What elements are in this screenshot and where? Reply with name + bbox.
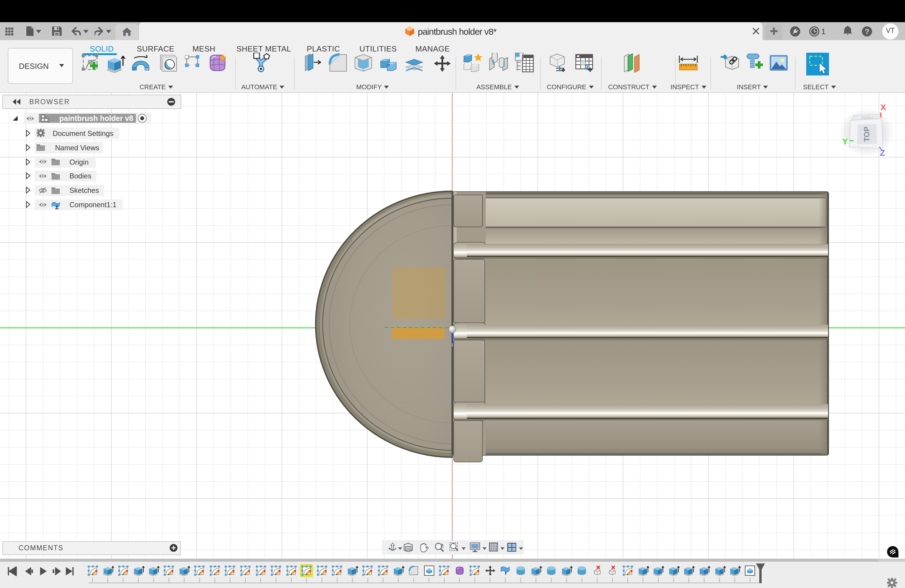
svg-text:FRONT: FRONT [861,115,873,119]
svg-text:TOP: TOP [862,127,871,142]
svg-text:Y: Y [842,137,848,146]
svg-text:?: ? [865,27,869,35]
svg-text:Z: Z [880,148,885,157]
svg-text:X: X [880,103,886,112]
